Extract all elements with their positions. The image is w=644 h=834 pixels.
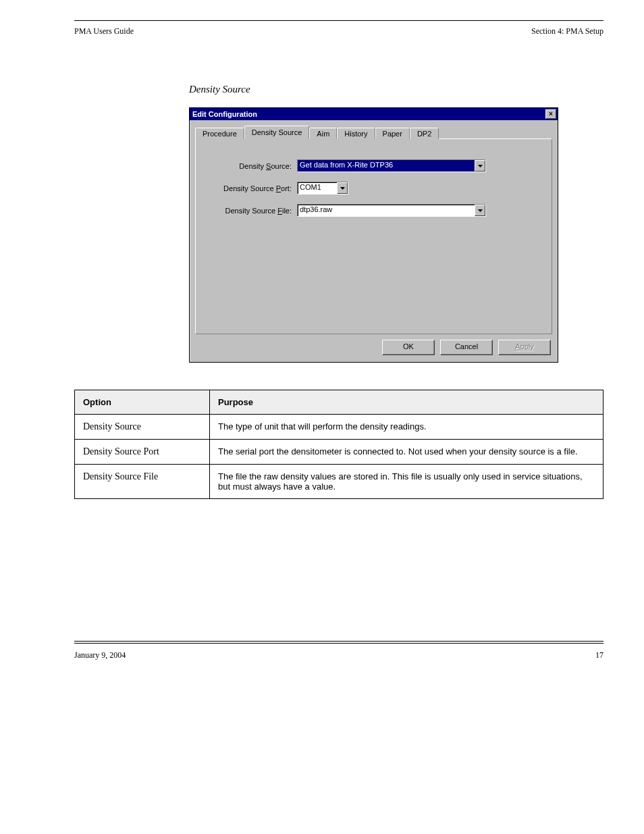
apply-button-label: Apply (515, 342, 534, 350)
table-row: Density Source Port The serial port the … (75, 440, 603, 465)
tab-density-source-label: Density Source (252, 128, 302, 136)
density-source-port-combo[interactable]: COM1 (297, 182, 348, 194)
tab-panel: Density Source: Get data from X-Rite DTP… (195, 138, 552, 334)
density-source-drop[interactable] (475, 160, 485, 172)
svg-marker-2 (478, 209, 483, 212)
apply-button[interactable]: Apply (498, 340, 551, 355)
options-table: Option Purpose Density Source The type o… (74, 390, 603, 499)
density-source-file-combo[interactable]: dtp36.raw (297, 204, 486, 217)
chevron-down-icon (340, 187, 345, 190)
tab-paper-label: Paper (383, 130, 402, 138)
density-source-value: Get data from X-Rite DTP36 (298, 160, 475, 172)
dialog-title: Edit Configuration (192, 110, 257, 118)
footer-page: 17 (595, 650, 603, 660)
ok-button-label: OK (403, 342, 414, 350)
edit-configuration-dialog: Edit Configuration × Procedure Density S… (189, 107, 558, 363)
footer: January 9, 2004 17 (74, 650, 603, 660)
density-source-label: Density Source: (196, 162, 297, 170)
tab-density-source[interactable]: Density Source (244, 126, 310, 139)
cancel-button-label: Cancel (455, 342, 478, 350)
tab-dp2-label: DP2 (417, 130, 431, 138)
tab-dp2[interactable]: DP2 (410, 128, 439, 139)
opt-cell: Density Source (75, 415, 210, 440)
tab-strip: Procedure Density Source Aim History Pap… (195, 126, 552, 139)
running-header-right: Section 4: PMA Setup (531, 26, 603, 36)
tab-aim-label: Aim (317, 130, 329, 138)
close-button[interactable]: × (545, 109, 556, 119)
density-source-port-label: Density Source Port: (196, 184, 297, 192)
ok-button[interactable]: OK (382, 340, 435, 355)
tab-procedure-label: Procedure (203, 130, 237, 138)
density-source-port-drop[interactable] (337, 182, 348, 194)
density-source-file-label: Density Source File: (196, 207, 297, 215)
footer-rule (74, 641, 603, 645)
purpose-cell: The type of unit that will perform the d… (210, 415, 603, 440)
top-rule (74, 20, 603, 21)
close-icon: × (549, 110, 553, 118)
tab-history-label: History (344, 130, 367, 138)
chevron-down-icon (478, 209, 483, 212)
density-source-file-drop[interactable] (475, 205, 485, 216)
tab-history[interactable]: History (337, 128, 375, 139)
svg-marker-0 (478, 165, 483, 167)
svg-marker-1 (340, 187, 345, 190)
purpose-cell: The file the raw density values are stor… (210, 465, 603, 499)
opt-cell: Density Source File (75, 465, 210, 499)
chevron-down-icon (478, 165, 483, 167)
tab-aim[interactable]: Aim (309, 128, 337, 139)
section-title: Density Source (189, 84, 603, 95)
cancel-button[interactable]: Cancel (440, 340, 493, 355)
col-purpose: Purpose (210, 390, 603, 415)
running-header-left: PMA Users Guide (74, 26, 134, 36)
button-row: OK Cancel Apply (190, 340, 558, 362)
titlebar: Edit Configuration × (190, 108, 558, 120)
density-source-file-value: dtp36.raw (298, 205, 475, 216)
col-option: Option (75, 390, 210, 415)
density-source-combo[interactable]: Get data from X-Rite DTP36 (297, 159, 486, 172)
table-row: Density Source File The file the raw den… (75, 465, 603, 499)
opt-cell: Density Source Port (75, 440, 210, 465)
tab-paper[interactable]: Paper (375, 128, 410, 139)
table-row: Density Source The type of unit that wil… (75, 415, 603, 440)
footer-date: January 9, 2004 (74, 650, 126, 660)
tab-procedure[interactable]: Procedure (195, 128, 244, 139)
purpose-cell: The serial port the densitometer is conn… (210, 440, 603, 465)
running-header: PMA Users Guide Section 4: PMA Setup (74, 26, 603, 36)
density-source-port-value: COM1 (298, 182, 337, 194)
